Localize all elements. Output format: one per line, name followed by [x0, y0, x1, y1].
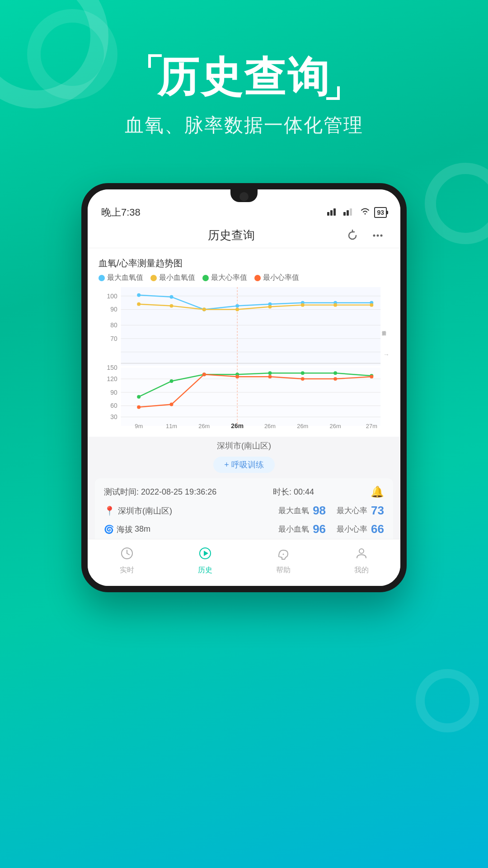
svg-text:120: 120 — [107, 375, 117, 382]
svg-point-9 — [380, 234, 383, 236]
bell-icon-1: 🔔 — [371, 486, 384, 498]
svg-text:26m: 26m — [297, 423, 308, 429]
svg-rect-2 — [333, 208, 336, 216]
tab-mine-label: 我的 — [354, 566, 369, 575]
tab-realtime-label: 实时 — [120, 566, 134, 575]
page-sub-title: 血氧、脉率数据一体化管理 — [0, 113, 488, 138]
location-pin-icon: 📍 — [104, 505, 115, 516]
svg-text:26m: 26m — [231, 422, 244, 429]
altitude-icon: 🌀 — [104, 524, 114, 534]
realtime-icon — [120, 547, 134, 563]
legend-max-blood-oxygen: 最大血氧值 — [99, 273, 143, 283]
svg-text:26m: 26m — [330, 423, 341, 429]
tab-realtime[interactable]: 实时 — [111, 545, 143, 577]
svg-point-34 — [170, 295, 174, 299]
status-time: 晚上7:38 — [101, 206, 141, 219]
signal2-icon — [343, 208, 356, 218]
svg-point-61 — [268, 375, 272, 378]
svg-point-63 — [333, 377, 337, 381]
svg-text:26m: 26m — [198, 423, 210, 429]
svg-line-77 — [127, 553, 129, 555]
svg-text:→: → — [383, 351, 389, 358]
record-1-location-row: 📍 深圳市(南山区) 最大血氧 98 最大心率 73 — [104, 504, 384, 518]
svg-point-57 — [137, 406, 141, 409]
page-main-title: 历史查询 — [157, 54, 331, 100]
svg-point-64 — [370, 375, 373, 378]
svg-text:100: 100 — [107, 292, 117, 300]
svg-rect-11 — [121, 287, 381, 365]
tab-mine[interactable]: 我的 — [345, 545, 378, 577]
record-card-1: 测试时间: 2022-08-25 19:36:26 时长: 00:44 🔔 📍 … — [95, 478, 393, 548]
chart-legend: 最大血氧值 最小血氧值 最大心率值 最小心率值 — [99, 273, 389, 283]
tab-history[interactable]: 历史 — [189, 545, 221, 577]
svg-text:60: 60 — [110, 402, 117, 410]
svg-text:26m: 26m — [264, 423, 276, 429]
svg-point-53 — [268, 371, 272, 375]
record-1-min-metrics: 最小血氧 96 最小心率 66 — [278, 522, 384, 536]
location-bar: 深圳市(南山区) — [88, 437, 400, 453]
help-icon — [277, 547, 290, 563]
record-1-altitude-row: 🌀 海拔 38m 最小血氧 96 最小心率 66 — [104, 522, 384, 536]
svg-rect-3 — [343, 212, 346, 216]
mine-icon — [355, 547, 368, 563]
svg-text:9m: 9m — [135, 423, 143, 429]
svg-marker-79 — [204, 551, 208, 556]
svg-point-45 — [268, 305, 272, 309]
record-1-max-metrics: 最大血氧 98 最大心率 73 — [278, 504, 384, 518]
tab-help[interactable]: 帮助 — [267, 545, 300, 577]
svg-point-43 — [202, 308, 206, 311]
svg-point-47 — [333, 303, 337, 307]
signal-icon — [327, 208, 340, 218]
svg-point-55 — [333, 371, 337, 375]
more-button[interactable] — [369, 229, 387, 242]
nav-icons-right — [343, 229, 387, 242]
svg-point-48 — [370, 303, 373, 307]
phone-frame: 晚上7:38 — [81, 183, 407, 592]
svg-text:70: 70 — [110, 335, 117, 342]
svg-point-59 — [202, 373, 206, 376]
wifi-icon — [360, 208, 371, 218]
breathing-button[interactable]: + 呼吸训练 — [213, 457, 275, 473]
record-1-time: 测试时间: 2022-08-25 19:36:26 — [104, 486, 216, 497]
app-nav-title: 历史查询 — [119, 227, 343, 243]
legend-min-blood-oxygen: 最小血氧值 — [150, 273, 195, 283]
tab-history-label: 历史 — [198, 566, 212, 575]
svg-point-42 — [170, 304, 174, 308]
legend-dot-orange — [254, 275, 261, 281]
svg-point-54 — [301, 371, 305, 375]
header-section: 历史查询 血氧、脉率数据一体化管理 — [0, 0, 488, 156]
svg-point-81 — [359, 549, 364, 553]
svg-text:30: 30 — [110, 413, 117, 420]
legend-dot-green — [202, 275, 209, 281]
svg-point-50 — [170, 379, 174, 383]
svg-point-33 — [137, 293, 141, 297]
svg-point-49 — [137, 395, 141, 399]
svg-text:11m: 11m — [166, 423, 177, 429]
history-icon — [198, 547, 212, 563]
trend-chart: 100 90 80 70 150 120 90 60 30 — [99, 287, 389, 430]
svg-point-7 — [373, 234, 375, 236]
bracket-left-icon — [148, 54, 162, 68]
chart-title: 血氧/心率测量趋势图 — [99, 257, 389, 269]
legend-dot-yellow — [150, 275, 157, 281]
svg-point-8 — [377, 234, 379, 236]
svg-text:90: 90 — [110, 389, 117, 396]
svg-point-80 — [282, 554, 284, 555]
legend-min-heart-rate: 最小心率值 — [254, 273, 299, 283]
svg-point-62 — [301, 377, 305, 381]
refresh-button[interactable] — [343, 229, 361, 242]
svg-point-44 — [235, 308, 239, 311]
svg-rect-4 — [347, 210, 349, 216]
svg-point-46 — [301, 303, 305, 307]
legend-max-heart-rate: 最大心率值 — [202, 273, 247, 283]
svg-rect-1 — [330, 210, 333, 216]
app-nav-bar: ↺ 历史查询 — [88, 223, 400, 248]
tab-help-label: 帮助 — [276, 566, 291, 575]
bottom-navigation: 实时 历史 帮助 — [88, 539, 400, 586]
phone-container: 晚上7:38 — [0, 183, 488, 592]
bg-decoration-4 — [416, 669, 479, 732]
svg-rect-5 — [350, 208, 352, 216]
svg-text:80: 80 — [110, 321, 117, 329]
svg-point-58 — [170, 403, 174, 406]
svg-point-36 — [235, 304, 239, 308]
